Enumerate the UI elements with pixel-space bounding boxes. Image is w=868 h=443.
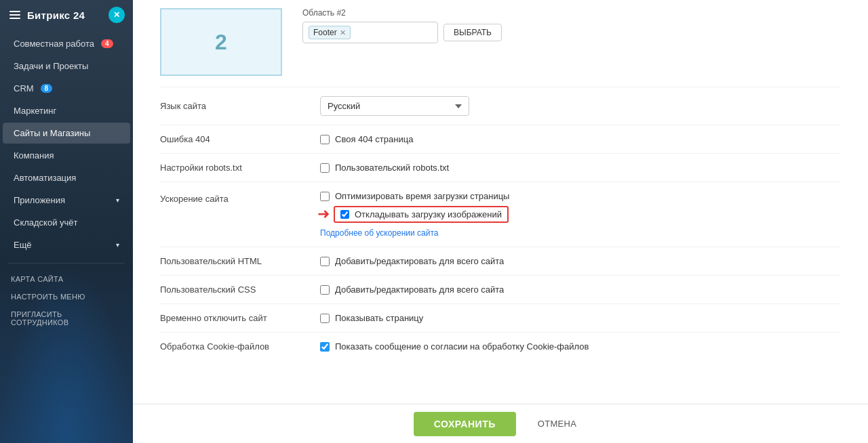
label-robots: Настройки robots.txt <box>160 163 309 173</box>
checkbox-custom-html[interactable] <box>320 257 330 266</box>
label-site-language: Язык сайта <box>160 101 309 111</box>
checkbox-robots[interactable] <box>320 163 330 173</box>
checkbox-row-optimize: Оптимизировать время загрузки страницы <box>320 191 509 201</box>
control-cookie: Показать сообщение о согласии на обработ… <box>320 341 841 352</box>
sidebar-item-collaboration[interactable]: Совместная работа 4 <box>3 33 130 54</box>
sidebar-badge-collaboration: 4 <box>101 39 113 48</box>
sidebar-item-apps[interactable]: Приложения ▾ <box>3 190 130 211</box>
menu-icon[interactable] <box>8 9 22 20</box>
label-cb-robots[interactable]: Пользовательский robots.txt <box>335 163 449 173</box>
control-custom-css: Добавить/редактировать для всего сайта <box>320 284 841 295</box>
cancel-button[interactable]: ОТМЕНА <box>527 412 587 436</box>
checkbox-custom-css[interactable] <box>320 285 330 295</box>
form-row-site-speed: Ускорение сайта Оптимизировать время заг… <box>160 182 841 247</box>
sidebar-badge-crm: 8 <box>41 84 53 93</box>
preview-box: 2 <box>160 8 282 76</box>
label-cb-html[interactable]: Добавить/редактировать для всего сайта <box>335 256 504 266</box>
control-robots: Пользовательский robots.txt <box>320 163 841 173</box>
checkbox-optimize-load[interactable] <box>320 192 330 201</box>
sidebar-item-warehouse[interactable]: Складской учёт <box>3 212 130 233</box>
sidebar-header: Битрикс 24 ✕ <box>0 0 133 30</box>
checkbox-row-css: Добавить/редактировать для всего сайта <box>320 284 504 295</box>
label-site-speed: Ускорение сайта <box>160 191 309 204</box>
region-tag-text: Footer <box>313 28 337 37</box>
form-row-cookie: Обработка Cookie-файлов Показать сообщен… <box>160 332 841 360</box>
form-row-custom-html: Пользовательский HTML Добавить/редактиро… <box>160 247 841 275</box>
region-tag-input[interactable]: Footer ✕ <box>302 22 438 43</box>
sidebar-item-label: Автоматизация <box>14 173 76 183</box>
region-tag-close[interactable]: ✕ <box>340 28 346 37</box>
save-button[interactable]: СОХРАНИТЬ <box>414 412 516 436</box>
checkbox-row-404: Своя 404 страница <box>320 134 413 144</box>
sidebar-logo: Битрикс 24 <box>27 9 85 21</box>
select-site-language[interactable]: Русский English <box>320 96 469 116</box>
sidebar-item-label: Задачи и Проекты <box>14 61 88 71</box>
label-custom-html: Пользовательский HTML <box>160 256 309 266</box>
sidebar-item-label: CRM <box>14 83 34 93</box>
form-row-custom-css: Пользовательский CSS Добавить/редактиров… <box>160 275 841 303</box>
checkbox-disable-site[interactable] <box>320 314 330 323</box>
control-error-404: Своя 404 страница <box>320 134 841 144</box>
region-input-row: Footer ✕ ВЫБРАТЬ <box>302 22 841 43</box>
label-cb-disable[interactable]: Показывать страницу <box>335 313 423 323</box>
sidebar-configure-menu-link[interactable]: НАСТРОИТЬ МЕНЮ <box>0 288 133 305</box>
label-error-404: Ошибка 404 <box>160 134 309 144</box>
chevron-icon: ▾ <box>116 196 119 204</box>
choose-region-button[interactable]: ВЫБРАТЬ <box>443 24 502 41</box>
control-site-language: Русский English <box>320 96 841 116</box>
content-area: 2 Область #2 Footer ✕ ВЫБРАТЬ <box>133 0 868 404</box>
sidebar-item-label: Компания <box>14 150 54 161</box>
sidebar-item-label: Сайты и Магазины <box>14 128 90 138</box>
sidebar-item-crm[interactable]: CRM 8 <box>3 78 130 99</box>
sidebar-item-label: Ещё <box>14 240 32 250</box>
sidebar-item-label: Складской учёт <box>14 217 78 228</box>
region-label: Область #2 <box>302 8 841 18</box>
detail-link-speed[interactable]: Подробнее об ускорении сайта <box>320 228 439 238</box>
label-cb-404[interactable]: Своя 404 страница <box>335 134 413 144</box>
sidebar-sitemap-link[interactable]: КАРТА САЙТА <box>0 270 133 288</box>
sidebar-item-automation[interactable]: Автоматизация <box>3 167 130 188</box>
form-row-robots: Настройки robots.txt Пользовательский ro… <box>160 153 841 182</box>
label-cookie: Обработка Cookie-файлов <box>160 341 309 352</box>
top-preview-area: 2 Область #2 Footer ✕ ВЫБРАТЬ <box>133 0 868 87</box>
label-custom-css: Пользовательский CSS <box>160 284 309 295</box>
sidebar-item-label: Совместная работа <box>14 39 94 49</box>
checkbox-row-robots: Пользовательский robots.txt <box>320 163 449 173</box>
label-disable-site: Временно отключить сайт <box>160 313 309 323</box>
form-panel: Язык сайта Русский English Ошибка 404 Св… <box>133 87 868 360</box>
label-cb-cookie[interactable]: Показать сообщение о согласии на обработ… <box>335 341 589 352</box>
checkbox-row-disable: Показывать страницу <box>320 313 423 323</box>
checkbox-cookie[interactable] <box>320 342 330 352</box>
form-row-site-language: Язык сайта Русский English <box>160 87 841 125</box>
sidebar-item-more[interactable]: Ещё ▾ <box>3 234 130 255</box>
arrow-indicator-icon: ➜ <box>317 205 330 223</box>
sidebar-item-tasks[interactable]: Задачи и Проекты <box>3 56 130 77</box>
form-row-disable-site: Временно отключить сайт Показывать стран… <box>160 303 841 332</box>
region-tag-footer: Footer ✕ <box>309 26 351 39</box>
checkbox-404[interactable] <box>320 135 330 144</box>
control-custom-html: Добавить/редактировать для всего сайта <box>320 256 841 266</box>
sidebar-item-label: Приложения <box>14 195 65 205</box>
sidebar-nav: Совместная работа 4 Задачи и Проекты CRM… <box>0 30 133 259</box>
label-cb-optimize[interactable]: Оптимизировать время загрузки страницы <box>335 191 509 201</box>
sidebar-item-label: Маркетинг <box>14 106 56 116</box>
form-row-error-404: Ошибка 404 Своя 404 страница <box>160 125 841 153</box>
sidebar-item-sites[interactable]: Сайты и Магазины <box>3 123 130 144</box>
label-cb-css[interactable]: Добавить/редактировать для всего сайта <box>335 284 504 295</box>
sidebar-item-company[interactable]: Компания <box>3 145 130 166</box>
label-cb-lazy[interactable]: Откладывать загрузку изображений <box>355 209 502 219</box>
checkbox-lazy-images[interactable] <box>340 210 349 219</box>
control-disable-site: Показывать страницу <box>320 313 841 323</box>
control-site-speed: Оптимизировать время загрузки страницы ➜… <box>320 191 841 238</box>
lazy-load-row: ➜ Откладывать загрузку изображений <box>320 205 509 223</box>
page-preview: 2 <box>160 8 282 76</box>
sidebar-item-marketing[interactable]: Маркетинг <box>3 100 130 121</box>
checkbox-row-cookie: Показать сообщение о согласии на обработ… <box>320 341 589 352</box>
sidebar: Битрикс 24 ✕ Совместная работа 4 Задачи … <box>0 0 133 443</box>
sidebar-invite-link[interactable]: ПРИГЛАСИТЬ СОТРУДНИКОВ <box>0 305 133 331</box>
main-content: 2 Область #2 Footer ✕ ВЫБРАТЬ <box>133 0 868 443</box>
sidebar-close-button[interactable]: ✕ <box>108 7 125 23</box>
checkbox-row-html: Добавить/редактировать для всего сайта <box>320 256 504 266</box>
bottom-bar: СОХРАНИТЬ ОТМЕНА <box>133 404 868 443</box>
preview-number: 2 <box>215 30 227 55</box>
